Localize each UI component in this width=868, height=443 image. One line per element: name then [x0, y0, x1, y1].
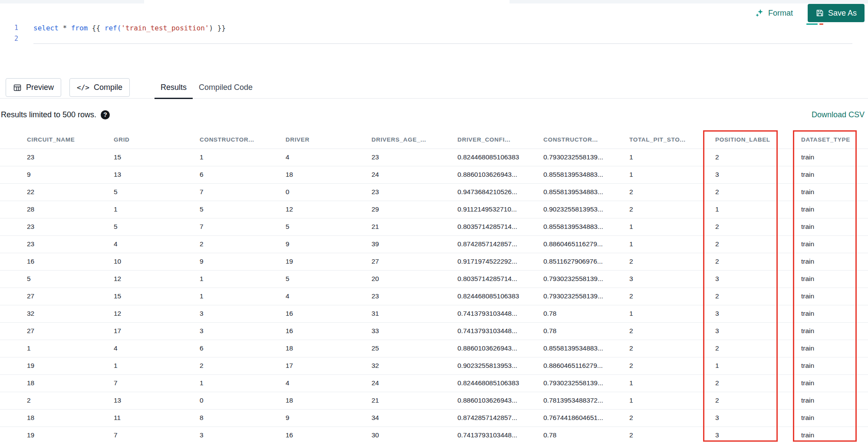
table-cell: 9: [199, 253, 285, 270]
table-cell: 2: [628, 322, 714, 340]
column-header-drivers-age: DRIVERS_AGE_...: [371, 131, 457, 149]
tab-compiled-code[interactable]: Compiled Code: [193, 77, 259, 99]
table-cell: 0.824468085106383: [457, 374, 542, 392]
table-cell: 1: [113, 357, 199, 374]
table-cell: 11: [113, 409, 199, 426]
column-header-constructor-1: CONSTRUCTOR...: [199, 131, 285, 149]
table-cell: 1: [628, 305, 714, 322]
table-cell: 0.7930232558139...: [542, 149, 628, 166]
table-cell: 39: [371, 235, 457, 253]
table-cell: 18: [0, 374, 113, 392]
table-cell: 30: [371, 426, 457, 443]
table-cell: 7: [199, 218, 285, 235]
table-row: 22570230.9473684210526...0.8558139534883…: [0, 183, 868, 201]
table-cell: 7: [113, 426, 199, 443]
column-header-dataset-type: DATASET_TYPE: [800, 131, 868, 149]
table-cell: 1: [628, 374, 714, 392]
table-cell: 0.824468085106383: [457, 288, 542, 305]
table-cell: 3: [714, 270, 800, 288]
table-cell: train: [800, 183, 868, 201]
table-row: 281512290.9112149532710...0.902325581395…: [0, 201, 868, 218]
table-cell: 33: [371, 322, 457, 340]
table-cell: 12: [285, 201, 371, 218]
table-cell: 3: [199, 322, 285, 340]
table-cell: 20: [371, 270, 457, 288]
table-cell: 0.8558139534883...: [542, 183, 628, 201]
table-cell: 28: [0, 201, 113, 218]
table-cell: 5: [113, 183, 199, 201]
table-cell: 16: [285, 305, 371, 322]
table-cell: train: [800, 253, 868, 270]
table-cell: 7: [113, 374, 199, 392]
table-cell: 1: [0, 340, 113, 357]
table-cell: 0.8860103626943...: [457, 166, 542, 183]
table-cell: 10: [113, 253, 199, 270]
table-cell: 27: [0, 322, 113, 340]
results-action-bar: Preview </> Compile Results Compiled Cod…: [0, 77, 868, 99]
save-as-button[interactable]: Save As: [808, 4, 865, 22]
format-button[interactable]: Format: [755, 8, 793, 18]
sql-editor[interactable]: 1 select * from {{ ref('train_test_posit…: [0, 23, 868, 77]
line-number: 1: [0, 23, 18, 33]
preview-button-label: Preview: [26, 83, 54, 92]
table-cell: 9: [285, 235, 371, 253]
table-row: 271514230.8244680851063830.7930232558139…: [0, 288, 868, 305]
table-cell: train: [800, 305, 868, 322]
table-cell: 2: [0, 392, 113, 409]
table-cell: 3: [714, 409, 800, 426]
compile-button[interactable]: </> Compile: [69, 78, 130, 97]
table-cell: 3: [714, 322, 800, 340]
table-cell: 25: [371, 340, 457, 357]
table-cell: 2: [714, 149, 800, 166]
table-cell: 5: [285, 270, 371, 288]
sql-keyword: select: [33, 24, 59, 32]
table-cell: 5: [113, 218, 199, 235]
table-cell: 0.78: [542, 305, 628, 322]
table-cell: 2: [714, 340, 800, 357]
table-cell: 3: [628, 270, 714, 288]
table-cell: train: [800, 322, 868, 340]
table-cell: 1: [628, 392, 714, 409]
table-cell: 0.8558139534883...: [542, 166, 628, 183]
table-row: 191217320.9023255813953...0.886046511627…: [0, 357, 868, 374]
table-cell: 5: [0, 270, 113, 288]
sql-code-line: select * from {{ ref('train_test_positio…: [33, 23, 226, 33]
table-cell: 0.9023255813953...: [457, 357, 542, 374]
table-row: 231514230.8244680851063830.7930232558139…: [0, 149, 868, 166]
table-row: 14618250.8860103626943...0.8558139534883…: [0, 340, 868, 357]
table-cell: 1: [628, 166, 714, 183]
download-csv-link[interactable]: Download CSV: [812, 110, 865, 119]
table-cell: train: [800, 409, 868, 426]
jinja-ref-function: ref(: [105, 24, 122, 32]
table-cell: 21: [371, 218, 457, 235]
table-cell: 12: [113, 270, 199, 288]
table-cell: 1: [714, 357, 800, 374]
table-cell: train: [800, 201, 868, 218]
tab-results[interactable]: Results: [155, 77, 193, 99]
preview-button[interactable]: Preview: [6, 78, 61, 97]
table-cell: 13: [113, 392, 199, 409]
results-info-bar: Results limited to 500 rows. ? Download …: [0, 99, 868, 131]
table-cell: 2: [628, 201, 714, 218]
table-cell: train: [800, 340, 868, 357]
table-cell: 0.8742857142857...: [457, 235, 542, 253]
table-cell: 2: [628, 288, 714, 305]
table-cell: 32: [0, 305, 113, 322]
table-cell: 9: [0, 166, 113, 183]
table-cell: 32: [371, 357, 457, 374]
table-cell: 23: [0, 235, 113, 253]
jinja-close: ) }}: [209, 24, 226, 32]
active-tab-notch: [144, 0, 510, 3]
column-header-driver: DRIVER: [285, 131, 371, 149]
help-icon[interactable]: ?: [101, 110, 110, 119]
table-cell: 23: [371, 149, 457, 166]
table-cell: 0: [285, 183, 371, 201]
table-cell: 16: [0, 253, 113, 270]
table-row: 213018210.8860103626943...0.781395348837…: [0, 392, 868, 409]
table-row: 18714240.8244680851063830.7930232558139.…: [0, 374, 868, 392]
table-cell: train: [800, 392, 868, 409]
table-cell: 1: [628, 149, 714, 166]
table-cell: 3: [714, 166, 800, 183]
table-cell: 2: [714, 374, 800, 392]
table-cell: 2: [628, 409, 714, 426]
